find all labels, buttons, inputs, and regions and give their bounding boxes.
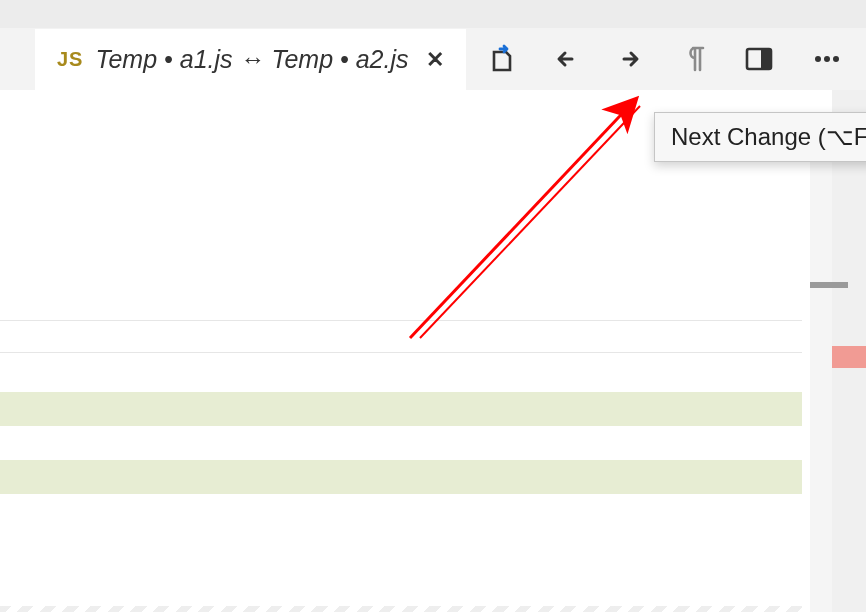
diff-editor[interactable] <box>0 90 866 612</box>
close-icon[interactable]: ✕ <box>426 47 444 73</box>
svg-rect-1 <box>761 49 771 69</box>
diff-placeholder-strip <box>0 606 802 612</box>
next-change-button[interactable] <box>614 42 648 76</box>
editor-line-separator <box>0 320 802 321</box>
paragraph-icon <box>681 44 709 74</box>
tab-title: Temp • a1.js ↔ Temp • a2.js <box>95 45 408 74</box>
more-actions-button[interactable] <box>810 42 844 76</box>
active-tab[interactable]: JS Temp • a1.js ↔ Temp • a2.js ✕ <box>35 28 466 90</box>
tab-bar: JS Temp • a1.js ↔ Temp • a2.js ✕ <box>0 28 866 90</box>
js-file-icon: JS <box>57 48 83 71</box>
editor-line-separator <box>0 352 802 353</box>
overview-marker-error <box>832 346 866 368</box>
minimap[interactable] <box>810 90 866 612</box>
toggle-layout-button[interactable] <box>742 42 776 76</box>
arrow-left-icon <box>552 44 582 74</box>
svg-point-2 <box>815 56 821 62</box>
diff-added-line <box>0 460 802 494</box>
more-dots-icon <box>812 44 842 74</box>
window-top-strip <box>0 0 866 28</box>
open-changes-icon <box>488 44 518 74</box>
arrow-right-icon <box>616 44 646 74</box>
split-layout-icon <box>744 45 774 73</box>
diff-added-line <box>0 392 802 426</box>
svg-point-3 <box>824 56 830 62</box>
tooltip: Next Change (⌥F5) <box>654 112 866 162</box>
previous-change-button[interactable] <box>550 42 584 76</box>
editor-toolbar <box>466 28 866 90</box>
svg-point-4 <box>833 56 839 62</box>
overview-marker <box>810 282 848 288</box>
open-changes-button[interactable] <box>486 42 520 76</box>
tabbar-left-gap <box>0 28 35 90</box>
toggle-whitespace-button[interactable] <box>678 42 712 76</box>
tooltip-text: Next Change (⌥F5) <box>671 123 866 150</box>
